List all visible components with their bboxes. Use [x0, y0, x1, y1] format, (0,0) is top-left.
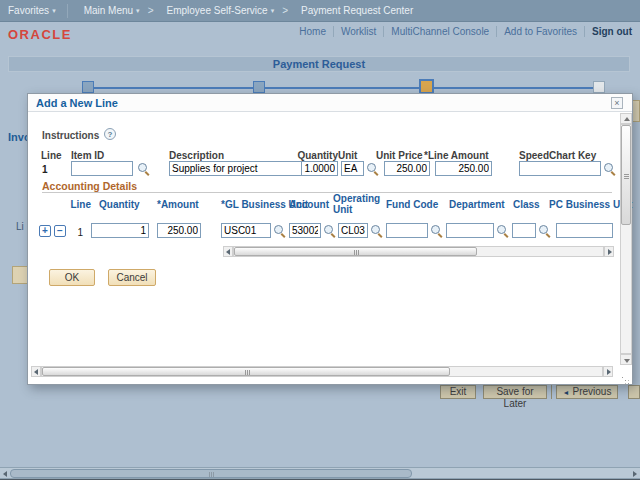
breadcrumb-separator: > [282, 5, 288, 16]
divider [584, 26, 585, 37]
add-new-line-dialog: Add a New Line × Instructions ? Line Ite… [27, 93, 633, 385]
fund-code-lookup-icon[interactable] [431, 225, 443, 237]
unit-price-label: Unit Price [376, 150, 423, 161]
grid-scrollbar-thumb[interactable] [234, 247, 477, 256]
row-account-input[interactable] [289, 223, 321, 238]
add-row-button[interactable]: + [39, 225, 51, 237]
line-label: Line [41, 150, 62, 161]
speedchart-key-input[interactable] [519, 161, 601, 176]
section-divider [42, 192, 612, 193]
row-line-number: 1 [68, 227, 83, 238]
divider [496, 26, 497, 37]
line-amount-input[interactable] [435, 161, 492, 176]
instructions-label: Instructions [42, 130, 99, 141]
divider [551, 385, 552, 399]
scroll-right-icon [633, 471, 637, 477]
save-for-later-button: Save for Later [483, 385, 547, 399]
breadcrumb-item-ess: Employee Self-Service [166, 5, 267, 16]
nav-link-home: Home [299, 26, 326, 37]
description-label: Description [169, 150, 224, 161]
screen: Favorites ▾ Main Menu ▾ > Employee Self-… [0, 0, 640, 480]
previous-arrow-icon: ◄ [563, 389, 570, 396]
quantity-input[interactable] [301, 161, 338, 176]
dialog-titlebar: Add a New Line × [28, 94, 632, 112]
invoice-section-label-fragment: Invo [8, 131, 27, 143]
row-fund-code-input[interactable] [386, 223, 428, 238]
grid-scroll-left[interactable] [223, 246, 233, 257]
chevron-down-icon: ▾ [271, 7, 275, 15]
modal-vscrollbar-thumb[interactable] [621, 125, 631, 225]
speedchart-lookup-icon[interactable] [604, 163, 616, 175]
grid-scroll-right[interactable] [604, 246, 614, 257]
modal-scroll-right[interactable] [603, 366, 613, 377]
line-number-value: 1 [42, 164, 48, 175]
favorites-menu: Favorites [8, 5, 49, 16]
accounting-details-title: Accounting Details [42, 180, 137, 192]
modal-scroll-left[interactable] [31, 366, 41, 377]
item-id-lookup-icon[interactable] [138, 163, 150, 175]
item-id-label: Item ID [71, 150, 104, 161]
exit-button: Exit [440, 385, 476, 399]
row-department-input[interactable] [446, 223, 494, 238]
nav-links: Home Worklist MultiChannel Console Add t… [292, 26, 632, 37]
breadcrumb-separator: > [148, 5, 154, 16]
chevron-down-icon: ▾ [52, 7, 56, 15]
row-gl-business-unit-input[interactable] [221, 223, 271, 238]
unit-label: Unit [338, 150, 357, 161]
row-quantity-input[interactable] [91, 223, 149, 238]
operating-unit-lookup-icon[interactable] [371, 225, 383, 237]
row-class-input[interactable] [512, 223, 536, 238]
previous-label: Previous [573, 386, 612, 397]
description-input[interactable] [169, 161, 317, 176]
row-amount-input[interactable] [157, 223, 201, 238]
speedchart-key-label: SpeedChart Key [519, 150, 596, 161]
department-lookup-icon[interactable] [497, 225, 509, 237]
train-stop-3-current [419, 79, 434, 94]
train-line [88, 87, 601, 89]
close-icon[interactable]: × [611, 97, 623, 109]
button-fragment [628, 385, 640, 399]
modal-scroll-up[interactable] [620, 113, 632, 124]
gl-business-unit-lookup-icon[interactable] [274, 225, 286, 237]
unit-price-input[interactable] [384, 161, 430, 176]
divider [333, 26, 334, 37]
cancel-button[interactable]: Cancel [108, 269, 156, 286]
account-lookup-icon[interactable] [324, 225, 336, 237]
line-label-fragment: Li [16, 221, 24, 232]
button-fragment [632, 100, 640, 122]
help-icon[interactable]: ? [104, 128, 116, 140]
class-lookup-icon[interactable] [539, 225, 551, 237]
col-line: Line [58, 199, 91, 210]
ok-button[interactable]: OK [49, 269, 95, 286]
main-menu: Main Menu [84, 5, 133, 16]
oracle-logo: ORACLE [8, 27, 72, 42]
nav-link-add-favorites: Add to Favorites [504, 26, 577, 37]
col-account: Account [289, 199, 329, 210]
quantity-label: Quantity [292, 150, 338, 161]
item-id-input[interactable] [71, 161, 133, 176]
remove-row-button[interactable]: − [54, 225, 66, 237]
chevron-down-icon: ▾ [136, 7, 140, 15]
unit-lookup-icon[interactable] [367, 163, 379, 175]
breadcrumb-item-prc: Payment Request Center [301, 5, 413, 16]
previous-button: ◄Previous [556, 385, 618, 399]
col-amount: *Amount [157, 199, 199, 210]
row-pc-business-unit-input[interactable] [556, 223, 613, 238]
modal-scroll-down[interactable] [620, 354, 632, 365]
nav-link-multichannel: MultiChannel Console [391, 26, 489, 37]
col-fund-code: Fund Code [386, 199, 438, 210]
page-horizontal-scrollbar [0, 467, 640, 479]
col-quantity: Quantity [99, 199, 140, 210]
unit-input[interactable] [341, 161, 364, 176]
modal-hscrollbar-thumb[interactable] [42, 367, 450, 376]
page-title: Payment Request [8, 56, 630, 72]
resize-grip[interactable] [622, 377, 623, 378]
train-stop-1 [82, 81, 94, 93]
button-fragment [12, 266, 28, 284]
breadcrumb-bar: Favorites ▾ Main Menu ▾ > Employee Self-… [0, 0, 640, 22]
nav-link-worklist: Worklist [341, 26, 376, 37]
col-department: Department [449, 199, 505, 210]
row-operating-unit-input[interactable] [338, 223, 368, 238]
train-stop-4 [593, 81, 605, 93]
sign-out-link: Sign out [592, 26, 632, 37]
